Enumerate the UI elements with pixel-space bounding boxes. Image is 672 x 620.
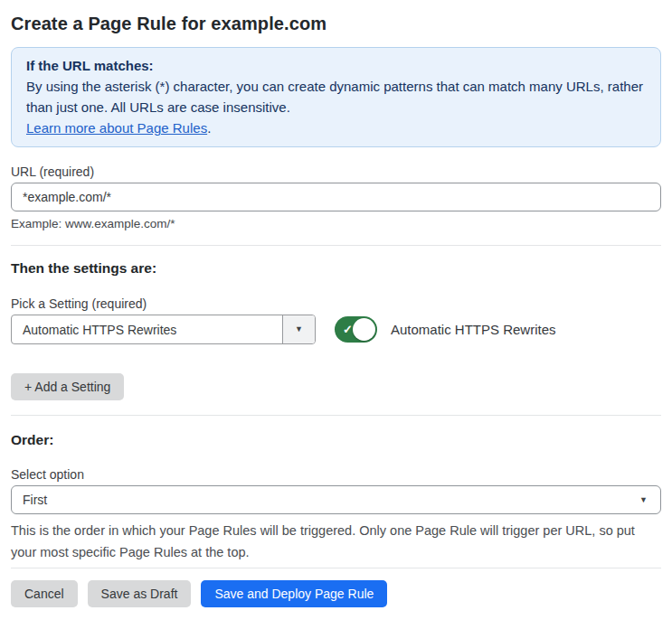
callout-link-line: Learn more about Page Rules. [26,117,646,138]
learn-more-link[interactable]: Learn more about Page Rules [26,120,207,136]
page-title: Create a Page Rule for example.com [11,13,661,34]
url-field-label: URL (required) [11,164,661,180]
setting-select-button[interactable]: ▼ [282,315,315,343]
setting-select[interactable]: Automatic HTTPS Rewrites ▼ [11,315,316,344]
divider [11,568,661,568]
callout-link-period: . [207,120,211,136]
order-heading: Order: [11,431,661,449]
divider [11,415,661,416]
cancel-button[interactable]: Cancel [11,580,78,607]
url-example-hint: Example: www.example.com/* [11,216,661,232]
setting-toggle[interactable]: ✓ [335,316,377,343]
callout-title: If the URL matches: [26,55,646,76]
url-input[interactable] [11,183,661,211]
setting-select-value[interactable]: Automatic HTTPS Rewrites [12,315,282,343]
pick-setting-label: Pick a Setting (required) [11,296,661,312]
chevron-down-icon: ▼ [639,496,648,504]
footer-actions: Cancel Save as Draft Save and Deploy Pag… [11,580,661,607]
check-icon: ✓ [343,323,353,334]
save-deploy-button[interactable]: Save and Deploy Page Rule [201,580,387,607]
order-select-value: First [23,493,47,507]
order-hint: This is the order in which your Page Rul… [11,520,655,563]
chevron-down-icon: ▼ [295,325,303,333]
create-page-rule-form: Create a Page Rule for example.com If th… [0,13,672,607]
callout-body: By using the asterisk (*) character, you… [26,76,646,117]
url-matches-callout: If the URL matches: By using the asteris… [11,47,661,147]
add-setting-button[interactable]: + Add a Setting [11,373,124,400]
setting-row: Automatic HTTPS Rewrites ▼ ✓ Automatic H… [11,315,661,344]
order-select[interactable]: First ▼ [11,485,661,514]
save-draft-button[interactable]: Save as Draft [88,580,192,607]
divider [11,245,661,246]
toggle-knob [353,318,375,341]
setting-toggle-label: Automatic HTTPS Rewrites [391,322,556,337]
settings-heading: Then the settings are: [11,259,661,277]
order-select-label: Select option [11,466,661,483]
